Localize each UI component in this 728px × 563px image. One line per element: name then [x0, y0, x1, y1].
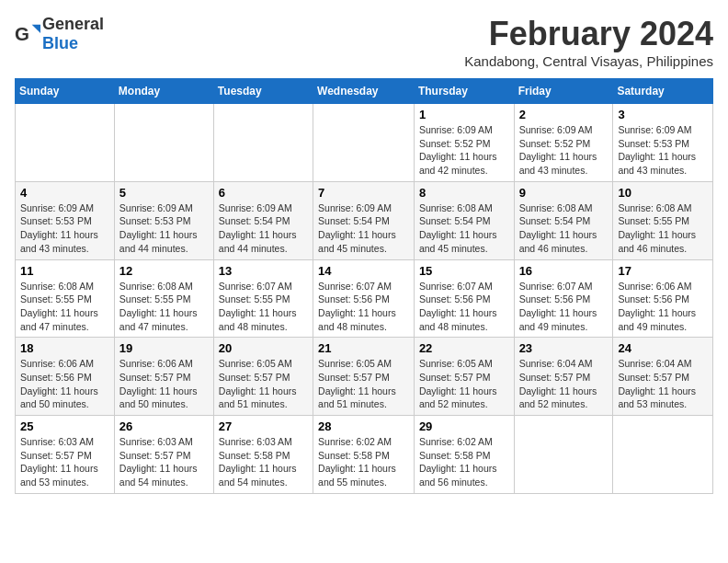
weekday-header-thursday: Thursday — [414, 79, 514, 104]
title-section: February 2024 Kandabong, Central Visayas… — [464, 15, 713, 69]
calendar-cell: 4Sunrise: 6:09 AMSunset: 5:53 PMDaylight… — [16, 181, 115, 259]
day-info: Sunrise: 6:04 AMSunset: 5:57 PMDaylight:… — [519, 357, 609, 411]
day-number: 12 — [119, 264, 209, 278]
calendar-week-4: 18Sunrise: 6:06 AMSunset: 5:56 PMDayligh… — [16, 338, 713, 416]
day-info: Sunrise: 6:02 AMSunset: 5:58 PMDaylight:… — [318, 435, 409, 489]
day-info: Sunrise: 6:09 AMSunset: 5:53 PMDaylight:… — [618, 123, 708, 178]
calendar-cell: 21Sunrise: 6:05 AMSunset: 5:57 PMDayligh… — [313, 338, 415, 416]
calendar-week-1: 1Sunrise: 6:09 AMSunset: 5:52 PMDaylight… — [16, 104, 713, 182]
day-info: Sunrise: 6:08 AMSunset: 5:55 PMDaylight:… — [20, 280, 109, 334]
calendar-cell: 14Sunrise: 6:07 AMSunset: 5:56 PMDayligh… — [313, 259, 415, 338]
calendar-cell: 5Sunrise: 6:09 AMSunset: 5:53 PMDaylight… — [114, 181, 213, 259]
day-number: 19 — [119, 341, 209, 355]
day-number: 3 — [618, 108, 708, 121]
location: Kandabong, Central Visayas, Philippines — [464, 53, 713, 69]
day-info: Sunrise: 6:07 AMSunset: 5:55 PMDaylight:… — [219, 280, 308, 334]
day-number: 16 — [519, 264, 609, 278]
calendar-body: 1Sunrise: 6:09 AMSunset: 5:52 PMDaylight… — [16, 104, 713, 494]
day-info: Sunrise: 6:05 AMSunset: 5:57 PMDaylight:… — [318, 357, 409, 411]
logo: G General Blue — [15, 15, 104, 53]
day-number: 14 — [318, 264, 409, 278]
logo-icon: G — [15, 21, 40, 47]
day-info: Sunrise: 6:08 AMSunset: 5:55 PMDaylight:… — [119, 280, 209, 334]
calendar-cell: 26Sunrise: 6:03 AMSunset: 5:57 PMDayligh… — [114, 416, 213, 494]
day-number: 2 — [519, 108, 609, 121]
day-number: 24 — [618, 341, 708, 355]
logo-blue-text: Blue — [42, 34, 78, 52]
calendar-cell: 22Sunrise: 6:05 AMSunset: 5:57 PMDayligh… — [414, 338, 514, 416]
day-info: Sunrise: 6:05 AMSunset: 5:57 PMDaylight:… — [219, 357, 308, 411]
logo-general-text: General — [42, 15, 104, 33]
day-info: Sunrise: 6:09 AMSunset: 5:53 PMDaylight:… — [20, 201, 109, 256]
weekday-header-tuesday: Tuesday — [213, 79, 313, 104]
svg-marker-1 — [32, 25, 40, 33]
calendar-cell: 7Sunrise: 6:09 AMSunset: 5:54 PMDaylight… — [313, 181, 415, 259]
day-info: Sunrise: 6:09 AMSunset: 5:54 PMDaylight:… — [318, 201, 409, 256]
day-info: Sunrise: 6:07 AMSunset: 5:56 PMDaylight:… — [318, 280, 409, 334]
day-info: Sunrise: 6:09 AMSunset: 5:52 PMDaylight:… — [419, 123, 509, 178]
calendar-table: SundayMondayTuesdayWednesdayThursdayFrid… — [15, 78, 713, 494]
day-number: 15 — [419, 264, 509, 278]
day-number: 5 — [119, 186, 209, 200]
day-number: 6 — [219, 186, 308, 200]
day-info: Sunrise: 6:09 AMSunset: 5:52 PMDaylight:… — [519, 123, 609, 178]
day-info: Sunrise: 6:03 AMSunset: 5:58 PMDaylight:… — [219, 435, 308, 489]
calendar-cell: 3Sunrise: 6:09 AMSunset: 5:53 PMDaylight… — [613, 104, 713, 182]
calendar-cell: 24Sunrise: 6:04 AMSunset: 5:57 PMDayligh… — [613, 338, 713, 416]
calendar-cell: 19Sunrise: 6:06 AMSunset: 5:57 PMDayligh… — [114, 338, 213, 416]
weekday-header-monday: Monday — [114, 79, 213, 104]
calendar-cell: 16Sunrise: 6:07 AMSunset: 5:56 PMDayligh… — [514, 259, 613, 338]
weekday-header-row: SundayMondayTuesdayWednesdayThursdayFrid… — [16, 79, 713, 104]
day-number: 13 — [219, 264, 308, 278]
calendar-cell: 18Sunrise: 6:06 AMSunset: 5:56 PMDayligh… — [16, 338, 115, 416]
weekday-header-friday: Friday — [514, 79, 613, 104]
day-info: Sunrise: 6:04 AMSunset: 5:57 PMDaylight:… — [618, 357, 708, 411]
calendar-cell: 23Sunrise: 6:04 AMSunset: 5:57 PMDayligh… — [514, 338, 613, 416]
calendar-cell: 20Sunrise: 6:05 AMSunset: 5:57 PMDayligh… — [213, 338, 313, 416]
weekday-header-saturday: Saturday — [613, 79, 713, 104]
calendar-cell: 15Sunrise: 6:07 AMSunset: 5:56 PMDayligh… — [414, 259, 514, 338]
day-number: 25 — [20, 419, 109, 433]
day-info: Sunrise: 6:06 AMSunset: 5:57 PMDaylight:… — [119, 357, 209, 411]
calendar-cell — [313, 104, 415, 182]
day-number: 23 — [519, 341, 609, 355]
day-number: 10 — [618, 186, 708, 200]
calendar-cell — [16, 104, 115, 182]
calendar-cell: 1Sunrise: 6:09 AMSunset: 5:52 PMDaylight… — [414, 104, 514, 182]
calendar-cell — [613, 416, 713, 494]
calendar-cell: 17Sunrise: 6:06 AMSunset: 5:56 PMDayligh… — [613, 259, 713, 338]
day-number: 28 — [318, 419, 409, 433]
calendar-cell: 6Sunrise: 6:09 AMSunset: 5:54 PMDaylight… — [213, 181, 313, 259]
calendar-cell: 12Sunrise: 6:08 AMSunset: 5:55 PMDayligh… — [114, 259, 213, 338]
day-info: Sunrise: 6:08 AMSunset: 5:55 PMDaylight:… — [618, 201, 708, 256]
weekday-header-sunday: Sunday — [16, 79, 115, 104]
calendar-cell: 10Sunrise: 6:08 AMSunset: 5:55 PMDayligh… — [613, 181, 713, 259]
calendar-week-2: 4Sunrise: 6:09 AMSunset: 5:53 PMDaylight… — [16, 181, 713, 259]
day-number: 7 — [318, 186, 409, 200]
calendar-cell: 9Sunrise: 6:08 AMSunset: 5:54 PMDaylight… — [514, 181, 613, 259]
day-info: Sunrise: 6:08 AMSunset: 5:54 PMDaylight:… — [519, 201, 609, 256]
calendar-cell — [213, 104, 313, 182]
day-number: 4 — [20, 186, 109, 200]
calendar-week-3: 11Sunrise: 6:08 AMSunset: 5:55 PMDayligh… — [16, 259, 713, 338]
svg-text:G: G — [15, 23, 29, 44]
calendar-cell: 27Sunrise: 6:03 AMSunset: 5:58 PMDayligh… — [213, 416, 313, 494]
day-number: 17 — [618, 264, 708, 278]
day-number: 27 — [219, 419, 308, 433]
day-info: Sunrise: 6:06 AMSunset: 5:56 PMDaylight:… — [618, 280, 708, 334]
day-info: Sunrise: 6:09 AMSunset: 5:54 PMDaylight:… — [219, 201, 308, 256]
day-info: Sunrise: 6:09 AMSunset: 5:53 PMDaylight:… — [119, 201, 209, 256]
calendar-cell: 29Sunrise: 6:02 AMSunset: 5:58 PMDayligh… — [414, 416, 514, 494]
calendar-cell: 25Sunrise: 6:03 AMSunset: 5:57 PMDayligh… — [16, 416, 115, 494]
day-info: Sunrise: 6:03 AMSunset: 5:57 PMDaylight:… — [119, 435, 209, 489]
day-number: 18 — [20, 341, 109, 355]
day-number: 29 — [419, 419, 509, 433]
day-number: 1 — [419, 108, 509, 121]
day-info: Sunrise: 6:07 AMSunset: 5:56 PMDaylight:… — [519, 280, 609, 334]
calendar-cell — [514, 416, 613, 494]
day-number: 26 — [119, 419, 209, 433]
calendar-cell: 8Sunrise: 6:08 AMSunset: 5:54 PMDaylight… — [414, 181, 514, 259]
calendar-cell: 28Sunrise: 6:02 AMSunset: 5:58 PMDayligh… — [313, 416, 415, 494]
calendar-week-5: 25Sunrise: 6:03 AMSunset: 5:57 PMDayligh… — [16, 416, 713, 494]
day-number: 21 — [318, 341, 409, 355]
